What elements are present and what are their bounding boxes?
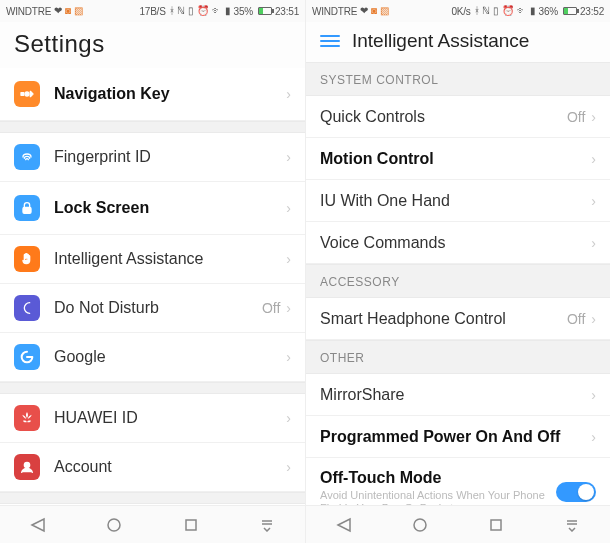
svg-point-0 <box>25 92 29 96</box>
chevron-right-icon: › <box>591 194 596 208</box>
nfc-icon: ℕ <box>177 6 185 16</box>
settings-item-huawei-id[interactable]: HUAWEI ID› <box>0 394 305 443</box>
chevron-right-icon: › <box>591 312 596 326</box>
chevron-right-icon: › <box>591 110 596 124</box>
status-bar: WINDTRE ❤ ◙ ▧ 0K/s ᚼ ℕ ▯ ⏰ ᯤ ▮ 36% 23:52 <box>306 0 610 22</box>
assist-item-mirrorshare[interactable]: MirrorShare› <box>306 374 610 416</box>
signal-icon: ▮ <box>530 6 536 16</box>
data-rate: 17B/S <box>139 6 165 17</box>
nav-drawer[interactable] <box>552 513 592 537</box>
chevron-right-icon: › <box>591 430 596 444</box>
assist-item-off-touch-mode[interactable]: Off-Touch ModeAvoid Unintentional Action… <box>306 458 610 505</box>
vibrate-icon: ▯ <box>493 6 499 16</box>
settings-item-lock-screen[interactable]: Lock Screen› <box>0 182 305 235</box>
carrier-label: WINDTRE <box>312 6 357 17</box>
battery-pct: 35% <box>234 6 253 17</box>
nfc-icon: ℕ <box>482 6 490 16</box>
nav-recent[interactable] <box>476 513 516 537</box>
assistance-list[interactable]: SYSTEM CONTROLQuick ControlsOff›Motion C… <box>306 62 610 505</box>
settings-item-google[interactable]: Google› <box>0 333 305 382</box>
settings-item-navigation-key[interactable]: Navigation Key› <box>0 68 305 121</box>
item-label: Do Not Disturb <box>54 299 262 317</box>
svg-point-11 <box>108 519 120 531</box>
item-label: Account <box>54 458 286 476</box>
clock: 23:52 <box>580 6 604 17</box>
page-title-text: Intelligent Assistance <box>352 30 529 52</box>
app-icon: ◙ <box>65 6 71 16</box>
svg-rect-14 <box>491 520 501 530</box>
section-header: ACCESSORY <box>306 264 610 298</box>
vibrate-icon: ▯ <box>188 6 194 16</box>
hand-icon <box>14 246 40 272</box>
nav-back[interactable] <box>18 513 58 537</box>
svg-rect-2 <box>23 207 31 213</box>
item-label: Lock Screen <box>54 199 286 217</box>
item-subtitle: Avoid Unintentional Actions When Your Ph… <box>320 489 556 505</box>
chevron-right-icon: › <box>286 460 291 474</box>
item-label: MirrorShare <box>320 386 591 404</box>
assist-item-voice-commands[interactable]: Voice Commands› <box>306 222 610 264</box>
bluetooth-icon: ᚼ <box>169 6 175 16</box>
account-icon <box>14 454 40 480</box>
signal-icon: ▮ <box>225 6 231 16</box>
svg-rect-12 <box>186 520 196 530</box>
svg-point-13 <box>414 519 426 531</box>
settings-list[interactable]: Navigation Key›Fingerprint ID›Lock Scree… <box>0 68 305 505</box>
battery-icon <box>563 7 577 15</box>
assist-item-motion-control[interactable]: Motion Control› <box>306 138 610 180</box>
clock: 23:51 <box>275 6 299 17</box>
assist-item-programmed-power-on-and-off[interactable]: Programmed Power On And Off› <box>306 416 610 458</box>
chevron-right-icon: › <box>591 388 596 402</box>
alarm-icon: ⏰ <box>197 6 209 16</box>
chevron-right-icon: › <box>286 150 291 164</box>
nav-back[interactable] <box>324 513 364 537</box>
item-label: Programmed Power On And Off <box>320 428 591 446</box>
data-rate: 0K/s <box>451 6 470 17</box>
section-header: OTHER <box>306 340 610 374</box>
chevron-right-icon: › <box>286 252 291 266</box>
assist-item-iu-with-one-hand[interactable]: IU With One Hand› <box>306 180 610 222</box>
chevron-right-icon: › <box>591 236 596 250</box>
item-label: IU With One Hand <box>320 192 591 210</box>
svg-point-3 <box>24 462 29 467</box>
section-gap <box>0 382 305 394</box>
nav-bar <box>306 505 610 543</box>
nav-home[interactable] <box>400 513 440 537</box>
item-label: Google <box>54 348 286 366</box>
chevron-right-icon: › <box>286 301 291 315</box>
battery-icon <box>258 7 272 15</box>
item-label: HUAWEI ID <box>54 409 286 427</box>
battery-pct: 36% <box>539 6 558 17</box>
settings-item-do-not-disturb[interactable]: Do Not DisturbOff› <box>0 284 305 333</box>
item-label: Motion Control <box>320 150 591 168</box>
nav-home[interactable] <box>94 513 134 537</box>
section-gap <box>0 121 305 133</box>
nav-key-icon <box>14 81 40 107</box>
chevron-right-icon: › <box>286 201 291 215</box>
settings-item-app[interactable]: App› <box>0 504 305 505</box>
assist-item-smart-headphone-control[interactable]: Smart Headphone ControlOff› <box>306 298 610 340</box>
settings-item-intelligent-assistance[interactable]: Intelligent Assistance› <box>0 235 305 284</box>
nav-drawer[interactable] <box>247 513 287 537</box>
item-value: Off <box>262 300 280 316</box>
page-title: Settings <box>0 22 305 68</box>
assist-item-quick-controls[interactable]: Quick ControlsOff› <box>306 96 610 138</box>
heart-icon: ❤ <box>54 6 62 16</box>
page-header: Intelligent Assistance <box>306 22 610 62</box>
toggle-switch[interactable] <box>556 482 596 502</box>
menu-icon[interactable] <box>320 35 340 47</box>
item-label: Smart Headphone Control <box>320 310 567 328</box>
assistance-pane: WINDTRE ❤ ◙ ▧ 0K/s ᚼ ℕ ▯ ⏰ ᯤ ▮ 36% 23:52… <box>305 0 610 543</box>
settings-item-account[interactable]: Account› <box>0 443 305 492</box>
settings-item-fingerprint-id[interactable]: Fingerprint ID› <box>0 133 305 182</box>
app-icon: ◙ <box>371 6 377 16</box>
nav-recent[interactable] <box>171 513 211 537</box>
heart-icon: ❤ <box>360 6 368 16</box>
item-label: Navigation Key <box>54 85 286 103</box>
wifi-icon: ᯤ <box>212 6 222 16</box>
item-label: Off-Touch Mode <box>320 469 556 487</box>
section-gap <box>0 492 305 504</box>
chevron-right-icon: › <box>591 152 596 166</box>
wifi-icon: ᯤ <box>517 6 527 16</box>
app-icon-2: ▧ <box>380 6 389 16</box>
